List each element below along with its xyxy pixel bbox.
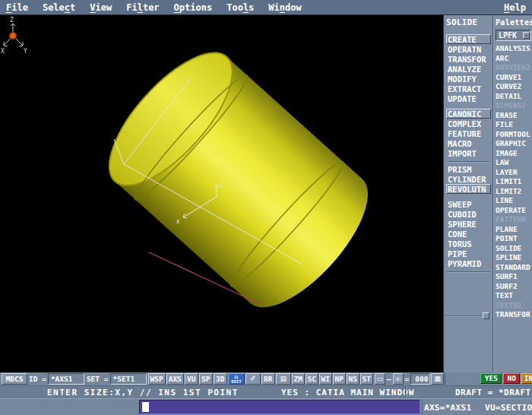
cylinder-model[interactable]	[90, 34, 388, 326]
palette-item[interactable]: PATTERN	[496, 215, 532, 225]
viewport[interactable]: Z X Z X Y	[0, 15, 443, 372]
menu-item[interactable]: Window	[268, 2, 301, 13]
palette-item[interactable]: LINE	[496, 196, 532, 206]
counter-field[interactable]: 000	[410, 373, 430, 385]
solid-menu-item[interactable]: PIPE	[446, 249, 491, 258]
palette-item[interactable]: LAYER	[496, 168, 532, 178]
view-mode-button[interactable]: WSP	[148, 373, 166, 385]
view-axis-z-label: Z	[10, 17, 14, 24]
yes-button[interactable]: YES	[480, 373, 502, 384]
palette-item[interactable]: ARC	[496, 54, 532, 64]
palette-item[interactable]: LIMIT2	[496, 187, 532, 197]
id-field[interactable]: *AXS1	[48, 373, 84, 385]
palette-item[interactable]: IMAGE	[496, 149, 532, 159]
mode-button[interactable]: NP	[333, 373, 346, 385]
solid-menu-item[interactable]: MODIFY	[446, 74, 491, 84]
view-mode-button[interactable]: VU	[185, 373, 198, 385]
command-bar: AXS=*AXS1 VU=SECTION	[0, 398, 532, 415]
palette-dropdown[interactable]: LPFK ▾	[496, 30, 531, 41]
palette-item[interactable]: OPERATE	[496, 206, 532, 216]
viewport-canvas: Z X Z X Y	[0, 15, 443, 372]
view-axis-x-label: X	[1, 48, 5, 55]
equals-glyph: =	[404, 373, 410, 385]
printer-icon-button[interactable]: ▤	[276, 373, 291, 385]
menu-bar: FileSelectViewFilterOptionsToolsWindow H…	[0, 0, 532, 15]
menu-item-help[interactable]: Help	[504, 2, 526, 13]
no-button[interactable]: NO	[503, 373, 520, 384]
palette-item[interactable]: AUXVIEW2	[496, 63, 532, 73]
meter-icon-button[interactable]: ▭	[375, 373, 385, 385]
solid-menu-item[interactable]: TRANSFOR	[446, 54, 491, 64]
solid-menu-item[interactable]: FEATURE	[446, 128, 491, 138]
palette-item[interactable]: CURVE2	[496, 82, 532, 92]
palette-item[interactable]: TEXTD2	[496, 301, 532, 311]
palette-item[interactable]: SPLINE	[496, 253, 532, 263]
solid-menu-item[interactable]: OPERATN	[446, 44, 491, 54]
solid-menu-item[interactable]: CONE	[446, 229, 491, 239]
menu-item[interactable]: Options	[174, 2, 213, 13]
mode-button[interactable]: NS	[347, 373, 359, 385]
solid-menu-item[interactable]: IMPORT	[446, 148, 491, 158]
exit-button[interactable]: ⌂EXIT	[228, 373, 245, 385]
panel-resize-handle[interactable]	[483, 312, 489, 319]
palette-item[interactable]: FILE	[496, 120, 532, 130]
solid-menu-item[interactable]: PYRAMID	[446, 258, 491, 268]
solid-menu-item[interactable]: TORUS	[446, 239, 491, 249]
view-mode-button[interactable]: AXS	[166, 373, 184, 385]
mbcs-button[interactable]: MBCS	[2, 373, 27, 385]
palette-item[interactable]: TEXT	[496, 291, 532, 301]
view-mode-button[interactable]: 3D	[214, 373, 227, 385]
menu-item[interactable]: Filter	[126, 2, 159, 13]
chevron-down-icon[interactable]: ▾	[523, 32, 530, 39]
solid-menu-item[interactable]: ANALYZE	[446, 64, 491, 74]
palette-item[interactable]: DIMENS2	[496, 101, 532, 111]
solid-menu-item[interactable]: EXTRACT	[446, 84, 491, 93]
palette-item[interactable]: SOLIDE	[496, 244, 532, 254]
palette-item[interactable]: SURF1	[496, 272, 532, 282]
solid-menu-item[interactable]: CANONIC	[446, 109, 491, 119]
palette-item[interactable]: ERASE	[496, 111, 532, 121]
menu-item[interactable]: Tools	[226, 2, 254, 13]
view-axis-y-label: Y	[24, 48, 27, 55]
solid-menu-item[interactable]: SWEEP	[446, 199, 491, 209]
mode-button[interactable]: ST	[360, 373, 373, 385]
palette-item[interactable]: CURVE1	[496, 73, 532, 83]
solid-menu-item[interactable]: COMPLEX	[446, 119, 491, 128]
view-mode-button[interactable]: SP	[199, 373, 213, 385]
palette-item[interactable]: GRAPHIC	[496, 139, 532, 149]
solid-menu-item[interactable]: PRISM	[446, 164, 491, 174]
br-button[interactable]: BR	[261, 373, 275, 385]
palette-item[interactable]: PLANE	[496, 225, 532, 235]
solid-menu-item[interactable]: CUBOID	[446, 209, 491, 219]
palette-item[interactable]: ANALYSIS	[496, 44, 532, 54]
set-field[interactable]: *SET1	[110, 373, 147, 385]
palette-item[interactable]: SURF2	[496, 282, 532, 292]
mode-button[interactable]: ZM	[292, 373, 305, 385]
panel-divider	[446, 271, 490, 272]
solid-menu-item[interactable]: UPDATE	[446, 93, 491, 103]
keyboard-icon-button[interactable]: ▦	[431, 373, 444, 385]
solid-menu-item[interactable]: CREATE	[446, 34, 491, 44]
palette-item[interactable]: DETAIL	[496, 92, 532, 102]
palette-item[interactable]: TRANSFOR	[496, 310, 532, 320]
palette-item[interactable]: STANDARD	[496, 263, 532, 273]
palette-item[interactable]: LAW	[496, 158, 532, 168]
mode-button[interactable]: WI	[319, 373, 332, 385]
palette-item[interactable]: FORMTOOL	[496, 130, 532, 140]
menu-item[interactable]: View	[90, 2, 112, 13]
menu-item[interactable]: Select	[43, 2, 75, 13]
palette-item[interactable]: POINT	[496, 234, 532, 244]
palette-item[interactable]: LIMIT1	[496, 177, 532, 187]
phone-icon-button[interactable]: ☏	[393, 373, 404, 385]
fixed-menu-bar: MBCS ID = *AXS1 SET = *SET1 WSPAXSVUSP3D…	[0, 372, 532, 385]
solid-menu-item[interactable]: CYLINDER	[446, 174, 491, 184]
pencil-icon-button[interactable]: ✐	[245, 373, 261, 385]
solid-menu-item[interactable]: MACRO	[446, 138, 491, 148]
mode-button[interactable]: SC	[306, 373, 318, 385]
panel-divider	[446, 161, 490, 162]
int-button[interactable]: INT	[521, 373, 532, 384]
solid-menu-item[interactable]: SPHERE	[446, 219, 491, 229]
menu-item[interactable]: File	[6, 2, 28, 13]
solid-menu-item[interactable]: REVOLUTN	[446, 184, 491, 194]
command-input[interactable]	[139, 400, 420, 414]
